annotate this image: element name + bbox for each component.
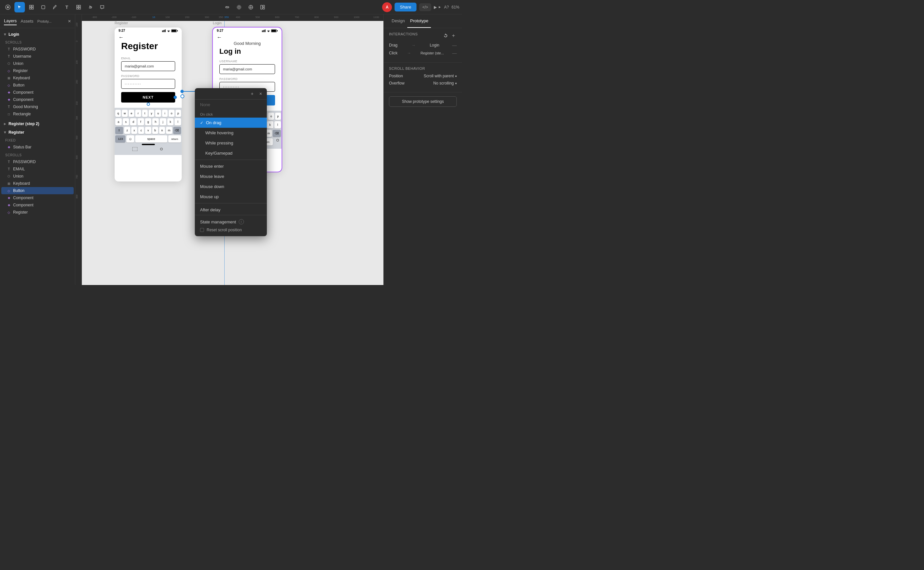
layer-union-top[interactable]: ⬡ Union — [1, 60, 74, 67]
layer-register-top[interactable]: ◇ Register — [1, 67, 74, 74]
layer-password-top[interactable]: T PASSWORD — [1, 46, 74, 53]
dropdown-item-while-hovering[interactable]: While hovering — [195, 128, 267, 138]
share-button[interactable]: Share — [394, 3, 417, 11]
section-register-step2[interactable]: ▸ Register (step 2) — [1, 120, 74, 127]
key-r[interactable]: r — [135, 110, 141, 117]
key-x[interactable]: x — [131, 127, 137, 134]
layer-component1[interactable]: ❖ Component — [1, 89, 74, 96]
dropdown-item-mouse-up[interactable]: Mouse up — [195, 192, 267, 202]
interaction-drag-delete[interactable]: — — [452, 43, 457, 48]
login-key-delete[interactable]: ⌫ — [273, 130, 281, 137]
position-value-dropdown[interactable]: Scroll with parent ▾ — [424, 74, 457, 78]
text-tool[interactable]: T — [61, 2, 72, 12]
key-d[interactable]: d — [130, 118, 136, 126]
frame-tool[interactable] — [26, 2, 37, 12]
link-icon[interactable] — [222, 2, 232, 12]
dropdown-item-while-pressing[interactable]: While pressing — [195, 138, 267, 148]
key-123[interactable]: 123 — [115, 135, 125, 142]
layer-button-top[interactable]: ◇ Button — [1, 81, 74, 89]
layer-email[interactable]: T EMAIL — [1, 165, 74, 173]
login-key-l[interactable]: l — [274, 121, 281, 129]
show-prototype-settings-button[interactable]: Show prototype settings — [389, 96, 457, 107]
login-key-k[interactable]: k — [267, 121, 273, 129]
login-key-o[interactable]: o — [268, 113, 274, 120]
overflow-value-dropdown[interactable]: No scrolling ▾ — [433, 81, 457, 86]
select-tool[interactable] — [14, 2, 25, 12]
layout-icon[interactable] — [257, 2, 268, 12]
canvas[interactable]: -300 -200 -100 16 100 200 300 350 359 40… — [75, 14, 383, 285]
shape-tool[interactable] — [38, 2, 49, 12]
key-i[interactable]: i — [162, 110, 168, 117]
code-button[interactable]: </> — [419, 3, 431, 11]
key-j[interactable]: j — [160, 118, 166, 126]
key-g[interactable]: g — [145, 118, 151, 126]
logo-icon[interactable] — [3, 2, 13, 12]
tab-prototype[interactable]: Prototy... — [37, 18, 51, 25]
key-space[interactable]: space — [135, 135, 167, 142]
key-h[interactable]: h — [152, 118, 159, 126]
theme-icon[interactable] — [246, 2, 256, 12]
register-password-input[interactable]: ·········· — [121, 79, 175, 89]
dropdown-item-mouse-leave[interactable]: Mouse leave — [195, 171, 267, 181]
section-login[interactable]: ▾ Login — [1, 31, 74, 38]
tab-prototype[interactable]: Prototype — [407, 14, 431, 28]
dropdown-item-after-delay[interactable]: After delay — [195, 205, 267, 215]
add-interaction-button[interactable]: + — [450, 32, 457, 39]
key-f[interactable]: f — [137, 118, 144, 126]
user-avatar[interactable]: A — [382, 2, 392, 12]
key-p[interactable]: p — [176, 110, 181, 117]
section-register-main[interactable]: ▾ Register — [1, 129, 74, 136]
hand-tool[interactable] — [85, 2, 96, 12]
layer-union-scroll[interactable]: ⬡ Union — [1, 173, 74, 180]
layer-component4[interactable]: ❖ Component — [1, 201, 74, 209]
tab-design[interactable]: Design — [389, 14, 407, 28]
component-tool[interactable] — [73, 2, 84, 12]
login-key-p[interactable]: p — [275, 113, 281, 120]
layer-keyboard-scroll[interactable]: ⊞ Keyboard — [1, 180, 74, 187]
layer-register-scroll[interactable]: ◇ Register — [1, 209, 74, 216]
layer-good-morning[interactable]: T Good Morning — [1, 103, 74, 110]
layer-username[interactable]: T Username — [1, 53, 74, 60]
layer-button-active[interactable]: ◇ Button — [1, 187, 74, 194]
key-z[interactable]: z — [124, 127, 130, 134]
key-delete[interactable]: ⌫ — [173, 127, 181, 134]
key-return[interactable]: return — [168, 135, 181, 142]
register-email-input[interactable]: maria@gmail.com — [121, 61, 175, 71]
key-s[interactable]: s — [123, 118, 129, 126]
zoom-level[interactable]: 61% — [452, 5, 460, 9]
login-username-input[interactable]: maria@gmail.com — [219, 64, 275, 74]
reset-scroll-checkbox[interactable] — [200, 228, 204, 232]
tab-layers[interactable]: Layers — [4, 17, 17, 25]
key-e[interactable]: e — [129, 110, 134, 117]
key-c[interactable]: c — [138, 127, 144, 134]
key-m[interactable]: m — [166, 127, 172, 134]
key-l[interactable]: l — [174, 118, 181, 126]
plugin-icon[interactable] — [234, 2, 244, 12]
key-t[interactable]: t — [142, 110, 148, 117]
layer-keyboard-top[interactable]: ⊞ Keyboard — [1, 74, 74, 81]
reset-interaction-button[interactable] — [442, 32, 449, 39]
dropdown-item-mouse-enter[interactable]: Mouse enter — [195, 161, 267, 171]
pen-tool[interactable] — [50, 2, 60, 12]
layer-password-scroll[interactable]: T PASSWORD — [1, 158, 74, 165]
dropdown-item-mouse-down[interactable]: Mouse down — [195, 181, 267, 192]
interaction-click-delete[interactable]: — — [452, 51, 457, 56]
key-shift[interactable]: ⇧ — [115, 127, 123, 134]
layer-component3[interactable]: ❖ Component — [1, 194, 74, 201]
dropdown-add-button[interactable]: + — [249, 90, 256, 97]
play-button[interactable]: ▶ — [434, 5, 441, 9]
dropdown-close-button[interactable]: × — [257, 90, 264, 97]
canvas-content[interactable]: Register 9:27 ← — [82, 21, 383, 285]
dropdown-item-key-gamepad[interactable]: Key/Gamepad — [195, 148, 267, 158]
register-next-button[interactable]: NEXT — [121, 92, 175, 103]
layer-status-bar[interactable]: ❖ Status Bar — [1, 144, 74, 151]
key-w[interactable]: w — [122, 110, 127, 117]
key-v[interactable]: v — [145, 127, 151, 134]
key-b[interactable]: b — [152, 127, 158, 134]
key-emoji[interactable]: ☺ — [127, 135, 134, 142]
key-n[interactable]: n — [159, 127, 165, 134]
key-o[interactable]: o — [169, 110, 174, 117]
dropdown-menu[interactable]: + × None On click ✓ On drag — [195, 88, 267, 236]
layer-component2[interactable]: ❖ Component — [1, 96, 74, 103]
key-a[interactable]: a — [115, 118, 122, 126]
